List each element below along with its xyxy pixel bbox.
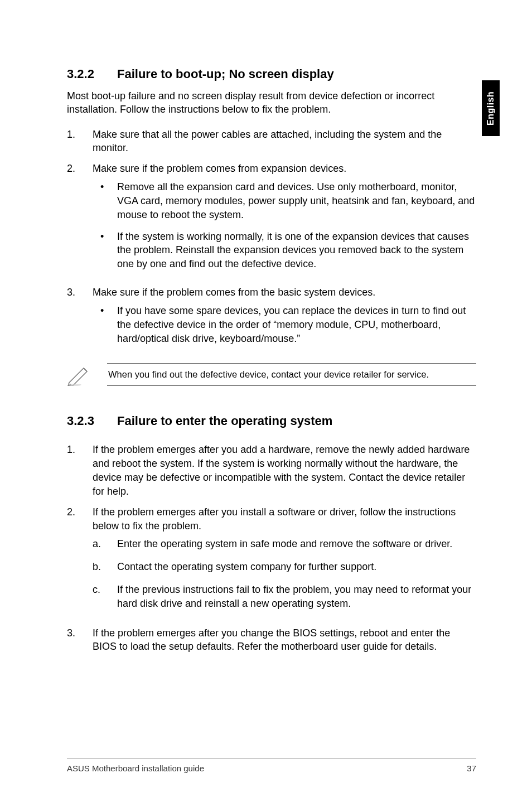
item-body: If the problem emerges after you add a h… — [93, 443, 476, 498]
item-marker: 2. — [67, 162, 93, 279]
alpha-marker: c. — [93, 583, 117, 611]
section-heading-322: 3.2.2 Failure to boot-up; No screen disp… — [67, 67, 476, 81]
item-marker: 3. — [67, 286, 93, 353]
bullet-text: If the system is working normally, it is… — [117, 230, 476, 271]
item-marker: 3. — [67, 626, 93, 654]
alpha-marker: a. — [93, 537, 117, 551]
list-item: 1. If the problem emerges after you add … — [67, 443, 476, 498]
item-marker: 2. — [67, 505, 93, 620]
page: English 3.2.2 Failure to boot-up; No scr… — [0, 0, 532, 802]
item-text: If the problem emerges after you change … — [93, 627, 450, 653]
item-text: If the problem emerges after you add a h… — [93, 444, 470, 496]
section-title: Failure to enter the operating system — [117, 414, 332, 428]
item-text: Make sure if the problem comes from expa… — [93, 163, 346, 174]
item-body: If the problem emerges after you change … — [93, 626, 476, 654]
bullet-item: • Remove all the expansion card and devi… — [93, 180, 476, 221]
item-text: If the problem emerges after you install… — [93, 506, 456, 532]
bullet-marker: • — [93, 230, 117, 271]
item-text: Make sure if the problem comes from the … — [93, 287, 375, 298]
item-body: Make sure if the problem comes from expa… — [93, 162, 476, 279]
list-item: 2. If the problem emerges after you inst… — [67, 505, 476, 620]
note-text: When you find out the defective device, … — [107, 363, 476, 386]
bullet-list: • If you have some spare devices, you ca… — [93, 304, 476, 345]
item-marker: 1. — [67, 443, 93, 498]
item-body: Make sure that all the power cables are … — [93, 128, 476, 156]
list-item: 3. Make sure if the problem comes from t… — [67, 286, 476, 353]
section-heading-323: 3.2.3 Failure to enter the operating sys… — [67, 414, 476, 428]
alpha-marker: b. — [93, 560, 117, 574]
ordered-list-323: 1. If the problem emerges after you add … — [67, 443, 476, 654]
section-title: Failure to boot-up; No screen display — [117, 67, 334, 81]
alpha-text: If the previous instructions fail to fix… — [117, 583, 476, 611]
note-block: When you find out the defective device, … — [67, 363, 476, 386]
list-item: 1. Make sure that all the power cables a… — [67, 128, 476, 156]
bullet-marker: • — [93, 180, 117, 221]
alpha-text: Enter the operating system in safe mode … — [117, 537, 452, 551]
bullet-item: • If you have some spare devices, you ca… — [93, 304, 476, 345]
bullet-marker: • — [93, 304, 117, 345]
alpha-item: a. Enter the operating system in safe mo… — [93, 537, 476, 551]
page-footer: ASUS Motherboard installation guide 37 — [67, 758, 476, 773]
ordered-list-322: 1. Make sure that all the power cables a… — [67, 128, 476, 354]
bullet-list: • Remove all the expansion card and devi… — [93, 180, 476, 271]
list-item: 3. If the problem emerges after you chan… — [67, 626, 476, 654]
footer-page-number: 37 — [467, 764, 476, 773]
list-item: 2. Make sure if the problem comes from e… — [67, 162, 476, 279]
bullet-text: Remove all the expansion card and device… — [117, 180, 476, 221]
alpha-text: Contact the operating system company for… — [117, 560, 376, 574]
item-body: If the problem emerges after you install… — [93, 505, 476, 620]
bullet-text: If you have some spare devices, you can … — [117, 304, 476, 345]
item-body: Make sure if the problem comes from the … — [93, 286, 476, 353]
footer-left: ASUS Motherboard installation guide — [67, 764, 204, 773]
item-text: Make sure that all the power cables are … — [93, 129, 442, 154]
bullet-item: • If the system is working normally, it … — [93, 230, 476, 271]
alpha-item: c. If the previous instructions fail to … — [93, 583, 476, 611]
section-intro: Most boot-up failure and no screen displ… — [67, 89, 476, 117]
section-number: 3.2.3 — [67, 414, 97, 428]
language-tab: English — [482, 80, 500, 136]
item-marker: 1. — [67, 128, 93, 156]
pencil-icon — [67, 364, 91, 386]
alpha-item: b. Contact the operating system company … — [93, 560, 476, 574]
section-number: 3.2.2 — [67, 67, 97, 81]
spacer — [67, 436, 476, 443]
alpha-list: a. Enter the operating system in safe mo… — [93, 537, 476, 610]
svg-point-0 — [68, 384, 81, 386]
